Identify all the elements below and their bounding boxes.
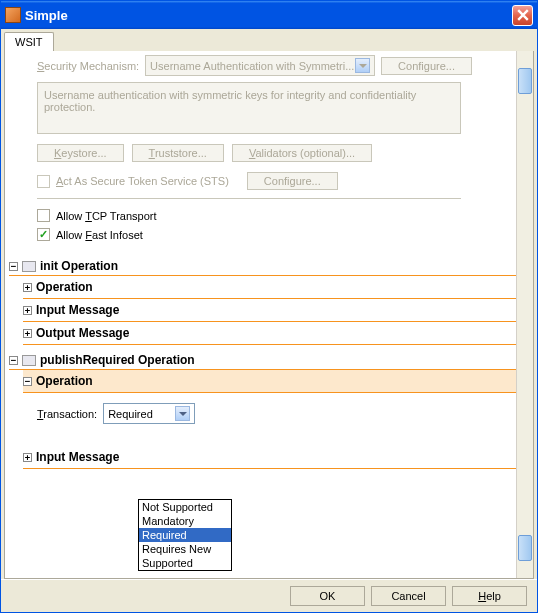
scroll-thumb[interactable] [518,535,532,561]
help-button[interactable]: Help [452,586,527,606]
divider [37,198,461,199]
vertical-scrollbar[interactable] [516,51,533,578]
expand-icon[interactable]: + [23,453,32,462]
dialog-window: Simple WSIT Security Mechanism: Username… [0,0,538,613]
tab-wsit[interactable]: WSIT [4,32,54,51]
init-output-sub[interactable]: + Output Message [23,322,516,345]
scroll-thumb[interactable] [518,68,532,94]
init-operation-sub[interactable]: + Operation [23,276,516,299]
publish-operation-sub[interactable]: − Operation [23,370,516,393]
init-operation-label: init Operation [40,259,118,273]
expand-icon[interactable]: + [23,306,32,315]
transaction-label: Transaction: [37,408,97,420]
dropdown-option-required[interactable]: Required [139,528,231,542]
fast-infoset-checkbox[interactable] [37,228,50,241]
app-icon [5,7,21,23]
publish-input-sub[interactable]: + Input Message [23,446,516,469]
expand-icon[interactable]: + [23,329,32,338]
expand-icon[interactable]: + [23,283,32,292]
publish-label: publishRequired Operation [40,353,195,367]
security-mechanism-value: Username Authentication with Symmetri... [150,60,354,72]
output-message-label: Output Message [36,326,129,340]
cancel-button[interactable]: Cancel [371,586,446,606]
operation-icon [22,355,36,366]
init-input-sub[interactable]: + Input Message [23,299,516,322]
input-message-label: Input Message [36,303,119,317]
input-message-label: Input Message [36,450,119,464]
fast-infoset-label: Allow Fast Infoset [56,229,143,241]
collapse-icon[interactable]: − [23,377,32,386]
dropdown-option-requires-new[interactable]: Requires New [139,542,231,556]
content-area: Security Mechanism: Username Authenticat… [4,51,534,579]
sts-label: Act As Secure Token Service (STS) [56,175,229,187]
publish-header[interactable]: − publishRequired Operation [9,351,516,370]
ok-button[interactable]: OK [290,586,365,606]
dropdown-option-mandatory[interactable]: Mandatory [139,514,231,528]
chevron-down-icon [355,58,370,73]
transaction-select[interactable]: Required [103,403,195,424]
close-icon [517,9,529,21]
security-mechanism-select: Username Authentication with Symmetri... [145,55,375,76]
collapse-icon[interactable]: − [9,356,18,365]
security-mechanism-label: Security Mechanism: [37,60,139,72]
dropdown-option-supported[interactable]: Supported [139,556,231,570]
operation-icon [22,261,36,272]
collapse-icon[interactable]: − [9,262,18,271]
sts-configure-button: Configure... [247,172,338,190]
tab-bar: WSIT [1,29,537,51]
transaction-value: Required [108,408,153,420]
init-operation-header[interactable]: − init Operation [9,257,516,276]
tcp-checkbox[interactable] [37,209,50,222]
operation-label: Operation [36,280,93,294]
client-area: WSIT Security Mechanism: Username Authen… [1,29,537,612]
chevron-down-icon [175,406,190,421]
tcp-label: Allow TCP Transport [56,210,157,222]
security-description: Username authentication with symmetric k… [37,82,461,134]
sts-checkbox [37,175,50,188]
transaction-row: Transaction: Required [37,393,516,446]
keystore-button: Keystore... [37,144,124,162]
dialog-footer: OK Cancel Help [1,579,537,612]
transaction-dropdown[interactable]: Not Supported Mandatory Required Require… [138,499,232,571]
truststore-button: Truststore... [132,144,224,162]
close-button[interactable] [512,5,533,26]
configure-button: Configure... [381,57,472,75]
window-title: Simple [25,8,512,23]
security-section: Security Mechanism: Username Authenticat… [9,55,516,257]
scroll-body: Security Mechanism: Username Authenticat… [5,51,516,578]
title-bar[interactable]: Simple [1,1,537,29]
validators-button: Validators (optional)... [232,144,372,162]
operation-label: Operation [36,374,93,388]
dropdown-option-not-supported[interactable]: Not Supported [139,500,231,514]
